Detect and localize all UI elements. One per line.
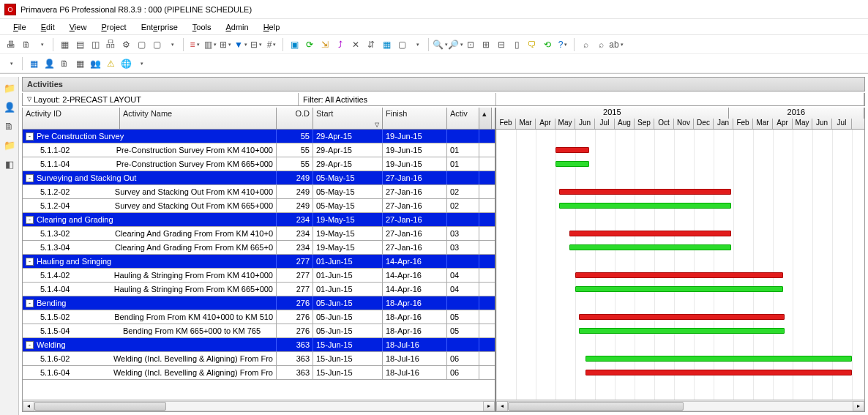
layout-dropdown-icon[interactable] (165, 38, 179, 51)
col-activity-id[interactable]: Activity ID (23, 108, 120, 129)
summary-row[interactable]: -Surveying and Stacking Out24905-May-152… (23, 171, 495, 185)
layout-selector[interactable]: ▽ Layout: 2-PRECAST LAYOUT (23, 93, 299, 105)
warn-icon[interactable]: ⚠ (104, 57, 117, 70)
gantt-hscrollbar[interactable]: ◂ ▸ (496, 400, 864, 411)
dock-resources-icon[interactable]: 👤 (3, 100, 16, 113)
table-view-icon[interactable]: ▦ (58, 38, 71, 51)
dock-tracking-icon[interactable]: 📁 (3, 138, 16, 152)
menu-project[interactable]: Project (95, 21, 132, 33)
gantt-bar[interactable] (555, 161, 589, 167)
scroll-thumb[interactable] (34, 402, 166, 411)
collapse-icon[interactable]: - (26, 132, 34, 141)
print-preview-icon[interactable]: 🗎 (20, 38, 33, 51)
table-row[interactable]: 5.1.1-04Pre-Construction Survey From KM … (23, 157, 495, 171)
zoom-fit-icon[interactable]: ⊡ (464, 38, 477, 51)
dock-wbs-icon[interactable]: ◧ (3, 157, 16, 171)
gantt-scroll-right-icon[interactable]: ▸ (853, 401, 864, 411)
summary-row[interactable]: -Pre Construction Survey5529-Apr-1519-Ju… (23, 130, 495, 143)
collapse-icon[interactable]: - (26, 299, 34, 307)
gantt-scroll-left-icon[interactable]: ◂ (496, 401, 508, 411)
gantt-bar[interactable] (579, 314, 785, 320)
collapse-icon[interactable]: - (26, 216, 34, 224)
help-icon[interactable]: ? (556, 38, 569, 51)
gantt-bar[interactable] (555, 147, 589, 153)
menu-tools[interactable]: Tools (187, 21, 217, 33)
level-icon[interactable]: ⇲ (318, 38, 332, 51)
table-row[interactable]: 5.1.6-02Welding (Incl. Bevelling & Align… (23, 352, 495, 366)
dock-projects-icon[interactable]: 📁 (3, 81, 16, 94)
globe-icon[interactable]: 🌐 (119, 57, 132, 70)
tool9-icon[interactable] (411, 38, 424, 51)
gantt-bar[interactable] (569, 244, 731, 250)
gantt-view-icon[interactable]: ▤ (73, 38, 86, 51)
summary-row[interactable]: -Hauling and Sringing27701-Jun-1514-Apr-… (23, 255, 495, 269)
find-icon[interactable]: ⌕ (579, 38, 592, 51)
menu-file[interactable]: File (7, 21, 32, 33)
table-row[interactable]: 5.1.3-04Clearing And Grading From From K… (23, 241, 495, 255)
calc-icon[interactable]: ▣ (288, 38, 301, 51)
toggle1-icon[interactable]: ▢ (135, 38, 148, 51)
col-activity-name[interactable]: Activity Name (120, 108, 277, 129)
tool6-icon[interactable]: ⇵ (364, 38, 378, 51)
scroll-left-icon[interactable]: ◂ (23, 401, 34, 411)
zoom-in-icon[interactable]: 🔍 (433, 38, 446, 51)
filter-icon[interactable]: ▼ (234, 38, 247, 51)
gantt-bar[interactable] (559, 203, 731, 209)
table-row[interactable]: 5.1.5-02Bending From From KM 410+000 to … (23, 310, 495, 324)
group-icon[interactable]: ⊟ (250, 38, 263, 51)
summary-row[interactable]: -Bending27605-Jun-1518-Apr-16 (23, 296, 495, 310)
gantt-bar[interactable] (569, 231, 731, 236)
progress-icon[interactable]: ⤴ (334, 38, 347, 51)
chart-view-icon[interactable]: ◫ (89, 38, 102, 51)
replace-icon[interactable]: ab (610, 38, 623, 51)
gantt-body[interactable] (496, 130, 864, 400)
timescale-icon[interactable]: ⊞ (219, 38, 232, 51)
findnext-icon[interactable]: ⌕ (594, 38, 607, 51)
summary-row[interactable]: -Welding36315-Jun-1518-Jul-16 (23, 338, 495, 352)
scroll-track[interactable] (34, 401, 483, 411)
menu-view[interactable]: View (64, 21, 93, 33)
note-icon[interactable]: 🗨 (525, 38, 539, 51)
gantt-scroll-track[interactable] (508, 401, 853, 411)
print-icon[interactable]: 🖶 (4, 38, 18, 51)
menu-enterprise[interactable]: Enterprise (135, 21, 184, 33)
collapse-icon[interactable]: - (26, 258, 34, 266)
table-row[interactable]: 5.1.4-02Hauling & Stringing From From KM… (23, 269, 495, 283)
col-finish[interactable]: Finish (383, 108, 447, 129)
dock-reports-icon[interactable]: 🗎 (3, 119, 16, 132)
columns-icon[interactable]: ▥ (203, 38, 217, 51)
wbs-icon[interactable]: 品 (104, 38, 117, 51)
table-row[interactable]: 5.1.1-02Pre-Construction Survey From KM … (23, 143, 495, 157)
reports-icon[interactable]: 🗎 (58, 57, 71, 70)
menu-admin[interactable]: Admin (220, 21, 254, 33)
row2-drop2-icon[interactable] (135, 57, 148, 70)
table-row[interactable]: 5.1.3-02Clearing And Grading From From K… (23, 227, 495, 241)
gantt-bar[interactable] (585, 356, 853, 362)
gantt-bar[interactable] (579, 328, 785, 334)
gantt-bar[interactable] (585, 370, 853, 375)
tool7-icon[interactable]: ▦ (380, 38, 393, 51)
table-row[interactable]: 5.1.6-04Welding (Incl. Bevelling & Align… (23, 366, 495, 380)
table-hscrollbar[interactable]: ◂ ▸ (23, 400, 495, 411)
roles-icon[interactable]: 👥 (89, 57, 102, 70)
activities-icon[interactable]: ▦ (27, 57, 40, 70)
gantt-bar[interactable] (575, 286, 783, 292)
scroll-right-icon[interactable]: ▸ (483, 401, 495, 411)
menu-edit[interactable]: Edit (35, 21, 61, 33)
schedule-icon[interactable]: ⟳ (303, 38, 316, 51)
col-od[interactable]: O.D (277, 108, 313, 129)
toggle2-icon[interactable]: ▢ (150, 38, 163, 51)
summary-row[interactable]: -Clearing and Grading23419-May-1527-Jan-… (23, 213, 495, 227)
gantt-scroll-thumb[interactable] (508, 402, 684, 411)
table-row[interactable]: 5.1.5-04Bending From KM 665+000 to KM 76… (23, 324, 495, 338)
collapse-icon[interactable]: ⊟ (495, 38, 508, 51)
table-row[interactable]: 5.1.2-02Survey and Stacking Out From KM … (23, 185, 495, 199)
refresh-icon[interactable]: ⟲ (541, 38, 554, 51)
gantt-bar[interactable] (559, 189, 731, 195)
scroll-up-icon[interactable]: ▴ (479, 108, 492, 129)
number-icon[interactable]: # (265, 38, 278, 51)
filter-cell[interactable]: Filter: All Activities (299, 93, 496, 105)
gantt-bar[interactable] (575, 272, 783, 278)
expand-icon[interactable]: ⊞ (479, 38, 493, 51)
col-start[interactable]: Start▽ (313, 108, 383, 129)
